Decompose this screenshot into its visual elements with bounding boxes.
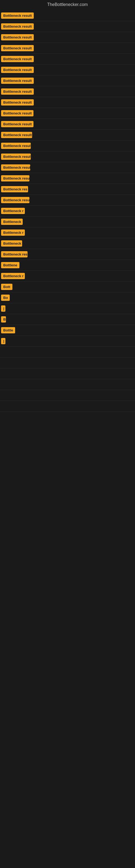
- bottleneck-badge[interactable]: Bottle: [1, 327, 15, 333]
- bottleneck-badge[interactable]: Bottleneck result: [1, 23, 34, 30]
- list-item: [0, 368, 135, 379]
- bottleneck-badge[interactable]: Bottleneck result: [1, 34, 34, 40]
- list-item: [0, 379, 135, 390]
- list-item: Bottlene: [0, 260, 135, 271]
- list-item: [0, 358, 135, 368]
- bottleneck-badge[interactable]: Bottleneck r: [1, 273, 25, 279]
- list-item: Bottleneck result: [0, 141, 135, 151]
- bottleneck-badge[interactable]: |: [1, 305, 5, 312]
- bottleneck-badge[interactable]: Bottleneck r: [1, 208, 25, 214]
- list-item: Bottle: [0, 325, 135, 336]
- list-item: Bottleneck result: [0, 162, 135, 173]
- list-item: Bottleneck result: [0, 43, 135, 54]
- list-item: Bottleneck result: [0, 21, 135, 32]
- list-item: Bottleneck result: [0, 65, 135, 75]
- list-item: Bottleneck result: [0, 119, 135, 130]
- list-item: Bottleneck: [0, 238, 135, 249]
- bottleneck-badge[interactable]: Bottleneck result: [1, 154, 31, 160]
- list-item: Bottleneck: [0, 216, 135, 227]
- list-item: |: [0, 303, 135, 314]
- bottleneck-badge[interactable]: Bottleneck result: [1, 175, 30, 182]
- bottleneck-badge[interactable]: Bottleneck: [1, 240, 22, 247]
- bottleneck-badge[interactable]: Bottleneck result: [1, 99, 34, 105]
- list-item: Bottleneck result: [0, 195, 135, 206]
- bottleneck-badge[interactable]: Bottleneck result: [1, 143, 31, 149]
- list-item: Bottleneck r: [0, 227, 135, 238]
- list-item: Bott: [0, 282, 135, 292]
- bottleneck-badge[interactable]: Bottleneck result: [1, 110, 34, 116]
- list-item: Bottleneck result: [0, 75, 135, 86]
- site-title: TheBottlenecker.com: [0, 0, 135, 9]
- bottleneck-badge[interactable]: Bottleneck result: [1, 164, 30, 170]
- list-item: [0, 347, 135, 358]
- list-item: Bo: [0, 292, 135, 303]
- bottleneck-badge[interactable]: Bottleneck res: [1, 186, 28, 192]
- bottleneck-badge[interactable]: Bottleneck r: [1, 229, 25, 236]
- list-item: Bottleneck result: [0, 173, 135, 184]
- bottleneck-badge[interactable]: Bottlene: [1, 262, 19, 268]
- items-container: Bottleneck resultBottleneck resultBottle…: [0, 9, 135, 412]
- list-item: Bottleneck res: [0, 249, 135, 260]
- list-item: [0, 401, 135, 412]
- bottleneck-badge[interactable]: Bottleneck result: [1, 132, 32, 138]
- bottleneck-badge[interactable]: Bottleneck res: [1, 251, 28, 257]
- list-item: Bottleneck res: [0, 184, 135, 195]
- list-item: |: [0, 336, 135, 347]
- bottleneck-badge[interactable]: Bottleneck result: [1, 197, 30, 203]
- site-title-text: TheBottlenecker.com: [47, 2, 88, 7]
- list-item: Bottleneck result: [0, 32, 135, 43]
- list-item: Bottleneck result: [0, 10, 135, 21]
- bottleneck-badge[interactable]: Bottleneck result: [1, 56, 34, 62]
- list-item: Bottleneck result: [0, 86, 135, 97]
- list-item: B: [0, 314, 135, 325]
- list-item: Bottleneck result: [0, 108, 135, 119]
- list-item: Bottleneck r: [0, 271, 135, 282]
- bottleneck-badge[interactable]: Bottleneck result: [1, 67, 34, 73]
- bottleneck-badge[interactable]: Bottleneck result: [1, 12, 34, 19]
- list-item: Bottleneck result: [0, 54, 135, 65]
- bottleneck-badge[interactable]: B: [1, 316, 6, 322]
- list-item: Bottleneck result: [0, 151, 135, 162]
- bottleneck-badge[interactable]: |: [1, 338, 5, 344]
- bottleneck-badge[interactable]: Bottleneck result: [1, 78, 34, 84]
- bottleneck-badge[interactable]: Bottleneck result: [1, 88, 34, 95]
- list-item: Bottleneck r: [0, 206, 135, 216]
- bottleneck-badge[interactable]: Bottleneck result: [1, 45, 34, 51]
- bottleneck-badge[interactable]: Bottleneck result: [1, 121, 34, 127]
- bottleneck-badge[interactable]: Bo: [1, 294, 10, 301]
- bottleneck-badge[interactable]: Bottleneck: [1, 219, 23, 225]
- list-item: Bottleneck result: [0, 130, 135, 141]
- list-item: [0, 390, 135, 401]
- bottleneck-badge[interactable]: Bott: [1, 284, 12, 290]
- list-item: Bottleneck result: [0, 97, 135, 108]
